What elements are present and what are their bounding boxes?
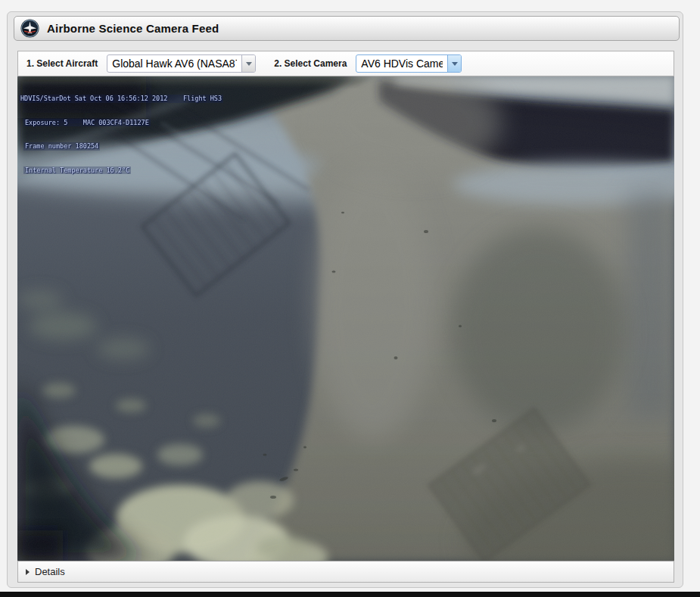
app-panel: Airborne Science Camera Feed 1. Select A…	[7, 11, 683, 588]
content-area: 1. Select Aircraft 2. Select Camera	[17, 51, 674, 583]
camera-dropdown-trigger[interactable]	[447, 55, 461, 72]
feed-telemetry-overlay: HDVIS/StarDot Sat Oct 06 16:56:12 2012 F…	[19, 79, 223, 190]
chevron-right-icon	[26, 569, 30, 575]
overlay-line-frame: Frame number 180254	[23, 142, 100, 151]
camera-combobox[interactable]	[356, 54, 462, 73]
overlay-line-temperature: Internal Temperature 16.2°C	[23, 166, 131, 175]
aircraft-combobox[interactable]	[107, 54, 256, 73]
header-bar: Airborne Science Camera Feed	[14, 16, 680, 41]
overlay-line-timestamp: HDVIS/StarDot Sat Oct 06 16:56:12 2012 F…	[19, 95, 223, 103]
details-label: Details	[35, 566, 65, 577]
overlay-line-exposure: Exposure: 5 MAC 003CF4-D1127E	[23, 119, 151, 127]
camera-select-input[interactable]	[356, 55, 447, 72]
camera-select-label: 2. Select Camera	[274, 58, 347, 69]
aircraft-select-label: 1. Select Aircraft	[26, 58, 98, 69]
aircraft-select-input[interactable]	[107, 55, 241, 72]
chevron-down-icon	[246, 62, 252, 66]
window-bottom-edge	[0, 592, 700, 597]
aircraft-dropdown-trigger[interactable]	[241, 55, 255, 72]
chevron-down-icon	[452, 62, 458, 66]
camera-feed-image: HDVIS/StarDot Sat Oct 06 16:56:12 2012 F…	[17, 76, 674, 561]
airborne-science-logo-icon	[20, 19, 39, 38]
details-expander[interactable]: Details	[17, 561, 674, 583]
toolbar: 1. Select Aircraft 2. Select Camera	[17, 51, 674, 76]
page-title: Airborne Science Camera Feed	[47, 22, 219, 35]
